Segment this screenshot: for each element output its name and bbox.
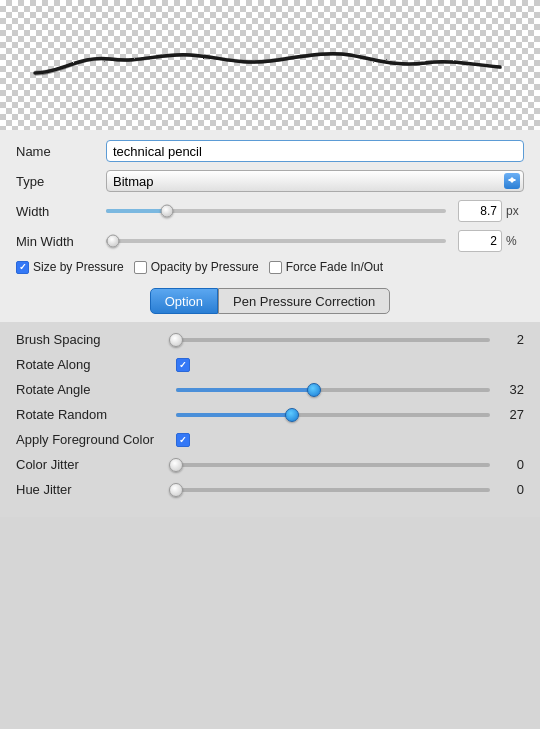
rotate-random-row: Rotate Random 27 [16, 407, 524, 422]
opacity-by-pressure-label[interactable]: Opacity by Pressure [134, 260, 259, 274]
name-input[interactable] [106, 140, 524, 162]
name-row: Name [16, 140, 524, 162]
width-slider-track[interactable] [106, 209, 446, 213]
rotate-random-control [176, 408, 490, 422]
brush-spacing-slider[interactable] [176, 333, 490, 347]
rotate-angle-fill [176, 388, 314, 392]
minwidth-slider-track[interactable] [106, 239, 446, 243]
minwidth-label: Min Width [16, 234, 106, 249]
brush-spacing-control [176, 333, 490, 347]
rotate-angle-thumb[interactable] [307, 383, 321, 397]
color-jitter-thumb[interactable] [169, 458, 183, 472]
name-control [106, 140, 524, 162]
brush-spacing-track [176, 338, 490, 342]
size-by-pressure-label[interactable]: ✓ Size by Pressure [16, 260, 124, 274]
width-label: Width [16, 204, 106, 219]
rotate-along-control: ✓ [176, 358, 524, 372]
rotate-angle-label: Rotate Angle [16, 382, 176, 397]
width-unit: px [506, 204, 524, 218]
opacity-by-pressure-checkbox[interactable] [134, 261, 147, 274]
force-fade-text: Force Fade In/Out [286, 260, 383, 274]
apply-fg-color-checkbox[interactable]: ✓ [176, 433, 190, 447]
rotate-angle-control [176, 383, 490, 397]
form-area: Name Type Bitmap Vector Scatter Pattern … [0, 130, 540, 322]
rotate-angle-track [176, 388, 490, 392]
force-fade-label[interactable]: Force Fade In/Out [269, 260, 383, 274]
minwidth-row: Min Width % [16, 230, 524, 252]
color-jitter-value: 0 [496, 457, 524, 472]
hue-jitter-label: Hue Jitter [16, 482, 176, 497]
hue-jitter-thumb[interactable] [169, 483, 183, 497]
color-jitter-row: Color Jitter 0 [16, 457, 524, 472]
brush-spacing-label: Brush Spacing [16, 332, 176, 347]
hue-jitter-track [176, 488, 490, 492]
color-jitter-slider[interactable] [176, 458, 490, 472]
brush-preview [0, 0, 540, 130]
brush-stroke-svg [30, 45, 510, 85]
checkboxes-row: ✓ Size by Pressure Opacity by Pressure F… [16, 260, 524, 274]
pen-pressure-tab[interactable]: Pen Pressure Correction [218, 288, 390, 314]
brush-spacing-thumb[interactable] [169, 333, 183, 347]
type-select[interactable]: Bitmap Vector Scatter Pattern [106, 170, 524, 192]
hue-jitter-slider[interactable] [176, 483, 490, 497]
tab-area: Option Pen Pressure Correction [16, 282, 524, 322]
name-label: Name [16, 144, 106, 159]
hue-jitter-control [176, 483, 490, 497]
options-panel: Brush Spacing 2 Rotate Along ✓ Rotate An… [0, 322, 540, 517]
force-fade-checkbox[interactable] [269, 261, 282, 274]
width-slider-fill [106, 209, 167, 213]
minwidth-unit: % [506, 234, 524, 248]
type-select-wrapper: Bitmap Vector Scatter Pattern [106, 170, 524, 192]
type-label: Type [16, 174, 106, 189]
minwidth-value-input[interactable] [458, 230, 502, 252]
rotate-random-thumb[interactable] [285, 408, 299, 422]
color-jitter-label: Color Jitter [16, 457, 176, 472]
rotate-random-slider[interactable] [176, 408, 490, 422]
apply-fg-color-check-icon: ✓ [179, 435, 187, 445]
rotate-angle-row: Rotate Angle 32 [16, 382, 524, 397]
color-jitter-control [176, 458, 490, 472]
brush-spacing-row: Brush Spacing 2 [16, 332, 524, 347]
rotate-along-row: Rotate Along ✓ [16, 357, 524, 372]
size-by-pressure-check-icon: ✓ [19, 263, 27, 272]
brush-spacing-value: 2 [496, 332, 524, 347]
size-by-pressure-checkbox[interactable]: ✓ [16, 261, 29, 274]
apply-fg-color-label: Apply Foreground Color [16, 432, 176, 447]
rotate-angle-slider[interactable] [176, 383, 490, 397]
rotate-along-label: Rotate Along [16, 357, 176, 372]
width-row: Width px [16, 200, 524, 222]
apply-fg-color-control: ✓ [176, 433, 524, 447]
width-slider-thumb[interactable] [161, 205, 174, 218]
rotate-angle-value: 32 [496, 382, 524, 397]
rotate-along-check-icon: ✓ [179, 360, 187, 370]
option-tab[interactable]: Option [150, 288, 218, 314]
rotate-random-value: 27 [496, 407, 524, 422]
type-row: Type Bitmap Vector Scatter Pattern [16, 170, 524, 192]
width-slider-wrapper [106, 209, 446, 213]
rotate-random-label: Rotate Random [16, 407, 176, 422]
opacity-by-pressure-text: Opacity by Pressure [151, 260, 259, 274]
width-value-input[interactable] [458, 200, 502, 222]
rotate-random-fill [176, 413, 292, 417]
size-by-pressure-text: Size by Pressure [33, 260, 124, 274]
rotate-along-checkbox[interactable]: ✓ [176, 358, 190, 372]
color-jitter-track [176, 463, 490, 467]
minwidth-slider-wrapper [106, 239, 446, 243]
apply-fg-color-row: Apply Foreground Color ✓ [16, 432, 524, 447]
minwidth-slider-thumb[interactable] [106, 235, 119, 248]
hue-jitter-row: Hue Jitter 0 [16, 482, 524, 497]
hue-jitter-value: 0 [496, 482, 524, 497]
rotate-random-track [176, 413, 490, 417]
